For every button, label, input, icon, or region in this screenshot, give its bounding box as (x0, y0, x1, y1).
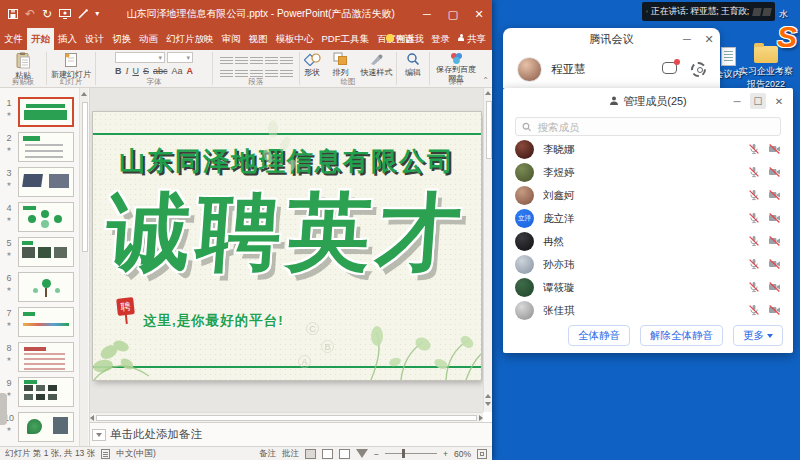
close-button[interactable]: ✕ (466, 0, 492, 28)
member-row[interactable]: 立洋庞立洋 (503, 207, 793, 230)
shapes-button[interactable]: 形状 (301, 52, 324, 78)
mute-all-button[interactable]: 全体静音 (568, 325, 630, 346)
font-effect-button[interactable]: I (125, 66, 128, 76)
panel-grip-handle[interactable] (0, 393, 7, 425)
muted-camera-icon[interactable] (768, 302, 781, 320)
font-effect-button[interactable]: U (132, 66, 139, 76)
signin-item[interactable]: 登录 (431, 33, 450, 46)
quick-styles-button[interactable]: 快速样式 (358, 52, 396, 78)
zoom-level[interactable]: 60% (454, 449, 471, 459)
language-indicator[interactable]: 中文(中国) (116, 448, 156, 460)
scroll-up-icon[interactable] (81, 92, 87, 96)
slide-thumbnail[interactable] (18, 132, 74, 162)
member-search-input[interactable] (535, 120, 774, 134)
member-row[interactable]: 刘鑫妸 (503, 184, 793, 207)
notes-toggle[interactable]: 备注 (259, 448, 276, 460)
muted-mic-icon[interactable] (748, 256, 760, 274)
notes-placeholder[interactable]: 单击此处添加备注 (110, 427, 202, 442)
slide-thumbnail[interactable] (18, 202, 74, 232)
ribbon-tab[interactable]: 切换 (108, 28, 135, 50)
slide-thumbnail-row[interactable]: 4★ (0, 202, 78, 232)
line-spacing-icon[interactable] (265, 55, 278, 66)
reading-view-icon[interactable] (339, 449, 350, 459)
slide-thumbnail-row[interactable]: 6★ (0, 272, 78, 302)
font-effect-button[interactable]: Aa (172, 66, 183, 76)
text-direction-icon[interactable] (280, 55, 293, 66)
scroll-left-icon[interactable] (90, 415, 94, 421)
redo-icon[interactable]: ↻ (42, 8, 52, 20)
font-name-select[interactable]: ▾ (115, 52, 165, 63)
member-search-box[interactable] (515, 117, 781, 136)
edit-button[interactable]: 编辑 (402, 52, 424, 78)
slide-thumbnail[interactable] (18, 342, 74, 372)
spellcheck-icon[interactable] (101, 449, 110, 459)
font-effect-button[interactable]: S (143, 66, 149, 76)
font-effect-button[interactable]: B (115, 66, 122, 76)
undo-icon[interactable]: ↶ (25, 8, 35, 20)
ribbon-tab[interactable]: 幻灯片放映 (162, 28, 218, 50)
bullet-list-icon[interactable] (220, 55, 233, 66)
next-slide-icon[interactable] (485, 402, 491, 406)
slide-thumbnail[interactable] (18, 377, 74, 407)
slide-canvas[interactable]: 山东同泽地理信息有限公司 诚聘英才 聘 这里,是你最好的平台! C B A (93, 112, 481, 380)
fit-to-window-icon[interactable] (477, 449, 487, 459)
slide-thumbnail-row[interactable]: 1★ (0, 97, 78, 127)
slide-thumbnail[interactable] (18, 237, 74, 267)
slide-thumbnail[interactable] (18, 167, 74, 197)
user-avatar[interactable] (517, 57, 542, 82)
numbered-list-icon[interactable] (235, 55, 248, 66)
chat-icon[interactable] (662, 62, 678, 76)
slide-thumbnail-row[interactable]: 3★ (0, 167, 78, 197)
tellme-item[interactable]: 告诉我 (386, 33, 425, 46)
member-row[interactable]: 李晓娜 (503, 138, 793, 161)
muted-mic-icon[interactable] (748, 279, 760, 297)
vertical-scrollbar[interactable] (483, 88, 492, 412)
slide-thumbnail-row[interactable]: 10★ (0, 412, 78, 442)
muted-camera-icon[interactable] (768, 256, 781, 274)
slide-sorter-icon[interactable] (322, 449, 333, 459)
muted-camera-icon[interactable] (768, 233, 781, 251)
notes-pane[interactable]: 单击此处添加备注 (90, 422, 492, 446)
ribbon-tab[interactable]: 文件 (0, 28, 27, 50)
ribbon-tab[interactable]: 开始 (27, 28, 54, 50)
ribbon-tab[interactable]: 动画 (135, 28, 162, 50)
slide-thumbnail-row[interactable]: 8★ (0, 342, 78, 372)
panel-maximize-button[interactable]: ☐ (750, 93, 766, 109)
muted-mic-icon[interactable] (748, 141, 760, 159)
panel-minimize-button[interactable]: ─ (729, 93, 745, 109)
zoom-out-button[interactable]: − (374, 449, 379, 459)
ribbon-tab[interactable]: PDF工具集 (318, 28, 374, 50)
ink-pen-icon[interactable] (78, 9, 88, 19)
start-slideshow-icon[interactable] (59, 9, 71, 19)
indent-icon[interactable] (250, 55, 263, 66)
member-row[interactable]: 孙亦玮 (503, 253, 793, 276)
muted-mic-icon[interactable] (748, 233, 760, 251)
font-size-select[interactable]: ▾ (167, 52, 193, 63)
slide-thumbnail[interactable] (18, 412, 74, 442)
member-row[interactable]: 谭筱璇 (503, 276, 793, 299)
normal-view-icon[interactable] (305, 449, 316, 459)
save-icon[interactable] (8, 9, 18, 19)
slide-thumbnail-row[interactable]: 9★ (0, 377, 78, 407)
font-effect-button[interactable]: A (187, 66, 194, 76)
muted-mic-icon[interactable] (748, 210, 760, 228)
previous-slide-icon[interactable] (485, 394, 491, 398)
muted-mic-icon[interactable] (748, 187, 760, 205)
muted-camera-icon[interactable] (768, 141, 781, 159)
scrollbar-thumb[interactable] (82, 102, 88, 252)
new-slide-button[interactable]: 新建幻灯片 (48, 52, 94, 80)
muted-camera-icon[interactable] (768, 279, 781, 297)
more-button[interactable]: 更多 (733, 325, 783, 346)
member-row[interactable]: 张佳琪 (503, 299, 793, 322)
scrollbar-thumb[interactable] (96, 415, 477, 421)
zoom-in-button[interactable]: + (443, 449, 448, 459)
ribbon-tab[interactable]: 模板中心 (272, 28, 318, 50)
slide-thumbnail[interactable] (18, 272, 74, 302)
ribbon-tab[interactable]: 审阅 (218, 28, 245, 50)
slide-thumbnail[interactable] (18, 307, 74, 337)
slide-thumbnail-row[interactable]: 7★ (0, 307, 78, 337)
qat-customize-icon[interactable]: ▾ (95, 10, 99, 18)
member-row[interactable]: 冉然 (503, 230, 793, 253)
collapse-ribbon-icon[interactable]: ⌃ (482, 76, 489, 85)
meeting-minimize-button[interactable]: ─ (676, 33, 698, 45)
